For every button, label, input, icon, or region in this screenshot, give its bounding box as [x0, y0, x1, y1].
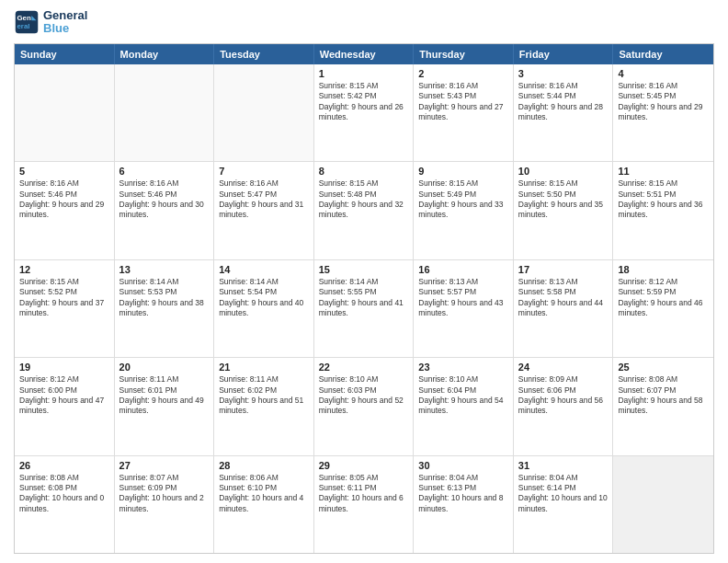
day-cell: 7Sunrise: 8:16 AM Sunset: 5:47 PM Daylig… [214, 162, 314, 259]
day-number: 5 [19, 166, 109, 177]
day-cell: 3Sunrise: 8:16 AM Sunset: 5:44 PM Daylig… [514, 64, 614, 161]
day-cell: 15Sunrise: 8:14 AM Sunset: 5:55 PM Dayli… [314, 260, 415, 357]
day-text: Sunrise: 8:14 AM Sunset: 5:54 PM Dayligh… [219, 277, 309, 319]
day-cell: 2Sunrise: 8:16 AM Sunset: 5:43 PM Daylig… [414, 64, 514, 161]
day-cell: 10Sunrise: 8:15 AM Sunset: 5:50 PM Dayli… [514, 162, 614, 259]
day-text: Sunrise: 8:16 AM Sunset: 5:44 PM Dayligh… [518, 81, 609, 123]
day-text: Sunrise: 8:15 AM Sunset: 5:48 PM Dayligh… [319, 178, 409, 221]
day-number: 17 [518, 264, 609, 275]
day-cell: 24Sunrise: 8:09 AM Sunset: 6:06 PM Dayli… [514, 358, 614, 454]
calendar-body: 1Sunrise: 8:15 AM Sunset: 5:42 PM Daylig… [15, 64, 713, 553]
day-cell: 30Sunrise: 8:04 AM Sunset: 6:13 PM Dayli… [414, 456, 514, 553]
day-text: Sunrise: 8:14 AM Sunset: 5:53 PM Dayligh… [119, 277, 210, 319]
svg-text:eral: eral [17, 22, 30, 30]
day-text: Sunrise: 8:16 AM Sunset: 5:46 PM Dayligh… [119, 178, 210, 221]
day-text: Sunrise: 8:14 AM Sunset: 5:55 PM Dayligh… [319, 277, 409, 319]
day-text: Sunrise: 8:15 AM Sunset: 5:42 PM Dayligh… [319, 81, 409, 123]
logo-text-1: General [43, 9, 87, 22]
day-number: 11 [618, 166, 709, 177]
day-text: Sunrise: 8:08 AM Sunset: 6:08 PM Dayligh… [19, 473, 109, 515]
day-number: 3 [518, 68, 609, 79]
day-text: Sunrise: 8:12 AM Sunset: 5:59 PM Dayligh… [618, 277, 709, 319]
day-text: Sunrise: 8:07 AM Sunset: 6:09 PM Dayligh… [119, 473, 210, 515]
day-number: 27 [119, 460, 210, 471]
day-number: 6 [119, 166, 210, 177]
calendar-header: SundayMondayTuesdayWednesdayThursdayFrid… [15, 44, 713, 64]
day-cell: 26Sunrise: 8:08 AM Sunset: 6:08 PM Dayli… [15, 456, 115, 553]
day-text: Sunrise: 8:08 AM Sunset: 6:07 PM Dayligh… [618, 374, 709, 417]
day-number: 22 [319, 362, 409, 373]
empty-cell [613, 456, 713, 553]
svg-text:Gen: Gen [17, 15, 31, 23]
day-number: 30 [418, 460, 508, 471]
calendar-row: 19Sunrise: 8:12 AM Sunset: 6:00 PM Dayli… [15, 358, 713, 455]
day-number: 19 [19, 362, 109, 373]
day-text: Sunrise: 8:09 AM Sunset: 6:06 PM Dayligh… [518, 374, 609, 417]
day-text: Sunrise: 8:16 AM Sunset: 5:46 PM Dayligh… [19, 178, 109, 221]
day-text: Sunrise: 8:11 AM Sunset: 6:02 PM Dayligh… [219, 374, 309, 417]
day-number: 9 [418, 166, 508, 177]
calendar-row: 1Sunrise: 8:15 AM Sunset: 5:42 PM Daylig… [15, 64, 713, 162]
day-text: Sunrise: 8:11 AM Sunset: 6:01 PM Dayligh… [119, 374, 210, 417]
weekday-header: Thursday [414, 44, 514, 64]
day-number: 31 [518, 460, 609, 471]
day-text: Sunrise: 8:16 AM Sunset: 5:45 PM Dayligh… [618, 81, 709, 123]
day-cell: 31Sunrise: 8:04 AM Sunset: 6:14 PM Dayli… [514, 456, 614, 553]
day-cell: 21Sunrise: 8:11 AM Sunset: 6:02 PM Dayli… [214, 358, 314, 454]
weekday-header: Sunday [15, 44, 115, 64]
day-number: 10 [518, 166, 609, 177]
day-text: Sunrise: 8:04 AM Sunset: 6:14 PM Dayligh… [518, 473, 609, 515]
day-text: Sunrise: 8:16 AM Sunset: 5:47 PM Dayligh… [219, 178, 309, 221]
day-cell: 23Sunrise: 8:10 AM Sunset: 6:04 PM Dayli… [414, 358, 514, 454]
day-text: Sunrise: 8:16 AM Sunset: 5:43 PM Dayligh… [418, 81, 508, 123]
day-number: 14 [219, 264, 309, 275]
day-number: 20 [119, 362, 210, 373]
day-cell: 28Sunrise: 8:06 AM Sunset: 6:10 PM Dayli… [214, 456, 314, 553]
empty-cell [214, 64, 314, 161]
day-cell: 19Sunrise: 8:12 AM Sunset: 6:00 PM Dayli… [15, 358, 115, 454]
day-cell: 16Sunrise: 8:13 AM Sunset: 5:57 PM Dayli… [414, 260, 514, 357]
day-text: Sunrise: 8:05 AM Sunset: 6:11 PM Dayligh… [319, 473, 409, 515]
weekday-header: Saturday [613, 44, 713, 64]
day-number: 16 [418, 264, 508, 275]
day-cell: 18Sunrise: 8:12 AM Sunset: 5:59 PM Dayli… [613, 260, 713, 357]
day-number: 26 [19, 460, 109, 471]
day-text: Sunrise: 8:12 AM Sunset: 6:00 PM Dayligh… [19, 374, 109, 417]
day-number: 8 [319, 166, 409, 177]
day-number: 12 [19, 264, 109, 275]
day-number: 28 [219, 460, 309, 471]
day-cell: 12Sunrise: 8:15 AM Sunset: 5:52 PM Dayli… [15, 260, 115, 357]
empty-cell [115, 64, 215, 161]
calendar-row: 12Sunrise: 8:15 AM Sunset: 5:52 PM Dayli… [15, 260, 713, 358]
day-number: 7 [219, 166, 309, 177]
day-cell: 25Sunrise: 8:08 AM Sunset: 6:07 PM Dayli… [613, 358, 713, 454]
day-cell: 5Sunrise: 8:16 AM Sunset: 5:46 PM Daylig… [15, 162, 115, 259]
weekday-header: Monday [115, 44, 215, 64]
day-number: 23 [418, 362, 508, 373]
day-cell: 20Sunrise: 8:11 AM Sunset: 6:01 PM Dayli… [115, 358, 215, 454]
page: Gen eral General Blue SundayMondayTuesda… [0, 0, 728, 563]
day-number: 2 [418, 68, 508, 79]
day-number: 25 [618, 362, 709, 373]
day-text: Sunrise: 8:15 AM Sunset: 5:50 PM Dayligh… [518, 178, 609, 221]
weekday-header: Wednesday [314, 44, 415, 64]
day-number: 24 [518, 362, 609, 373]
day-cell: 11Sunrise: 8:15 AM Sunset: 5:51 PM Dayli… [613, 162, 713, 259]
day-number: 21 [219, 362, 309, 373]
day-number: 15 [319, 264, 409, 275]
day-cell: 6Sunrise: 8:16 AM Sunset: 5:46 PM Daylig… [115, 162, 215, 259]
day-text: Sunrise: 8:15 AM Sunset: 5:52 PM Dayligh… [19, 277, 109, 319]
logo: Gen eral General Blue [14, 9, 87, 36]
day-cell: 13Sunrise: 8:14 AM Sunset: 5:53 PM Dayli… [115, 260, 215, 357]
calendar-row: 5Sunrise: 8:16 AM Sunset: 5:46 PM Daylig… [15, 162, 713, 259]
day-text: Sunrise: 8:10 AM Sunset: 6:04 PM Dayligh… [418, 374, 508, 417]
day-number: 1 [319, 68, 409, 79]
day-number: 13 [119, 264, 210, 275]
day-text: Sunrise: 8:13 AM Sunset: 5:57 PM Dayligh… [418, 277, 508, 319]
day-text: Sunrise: 8:10 AM Sunset: 6:03 PM Dayligh… [319, 374, 409, 417]
day-cell: 14Sunrise: 8:14 AM Sunset: 5:54 PM Dayli… [214, 260, 314, 357]
day-cell: 9Sunrise: 8:15 AM Sunset: 5:49 PM Daylig… [414, 162, 514, 259]
day-cell: 17Sunrise: 8:13 AM Sunset: 5:58 PM Dayli… [514, 260, 614, 357]
day-cell: 29Sunrise: 8:05 AM Sunset: 6:11 PM Dayli… [314, 456, 415, 553]
day-cell: 27Sunrise: 8:07 AM Sunset: 6:09 PM Dayli… [115, 456, 215, 553]
